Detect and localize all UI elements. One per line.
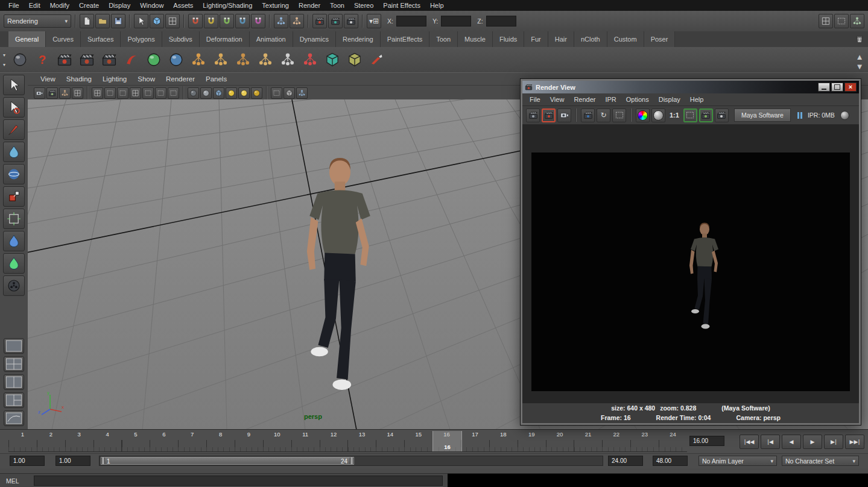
shelf-tab[interactable]: Deformation <box>200 31 250 47</box>
shelf-tab[interactable]: Hair <box>548 31 574 47</box>
select-by-object-button[interactable] <box>150 14 164 28</box>
camera-attributes-button[interactable] <box>46 87 58 99</box>
smooth-shade-button[interactable] <box>200 87 212 99</box>
anim-layer-dropdown[interactable]: No Anim Layer ▾ <box>699 456 777 466</box>
three-pane-layout-button[interactable] <box>4 392 24 408</box>
two-pane-layout-button[interactable] <box>4 374 24 390</box>
maximize-button[interactable] <box>831 83 843 92</box>
render-view-menu-item[interactable]: Display <box>654 96 685 103</box>
shaded-sphere-shelf-button[interactable] <box>10 49 30 70</box>
shelf-tab[interactable]: PaintEffects <box>381 31 430 47</box>
playback-start-field[interactable]: 1.00 <box>55 456 90 466</box>
playback-end-field[interactable]: 24.00 <box>608 456 643 466</box>
snap-sphere-shelf-button[interactable] <box>166 49 186 70</box>
real-size-label[interactable]: 1:1 <box>667 112 682 119</box>
step-back-frame-button[interactable]: ◀ <box>782 435 801 449</box>
safe-title-button[interactable] <box>168 87 179 99</box>
rendered-image[interactable] <box>531 152 850 391</box>
close-button[interactable]: × <box>844 83 857 92</box>
minimize-button[interactable] <box>818 83 830 92</box>
menu-item[interactable]: Modify <box>45 0 74 11</box>
show-manipulator-tool[interactable] <box>3 253 25 274</box>
hypergraph-shelf-button[interactable] <box>277 49 298 70</box>
move-tool[interactable] <box>3 142 25 162</box>
rotate-tool[interactable] <box>3 164 25 184</box>
shelf-tab[interactable]: Custom <box>607 31 644 47</box>
render-view-menu-item[interactable]: Render <box>569 96 600 103</box>
command-language-button[interactable]: MEL <box>4 476 31 486</box>
show-tool-settings-button[interactable] <box>834 14 849 28</box>
step-forward-frame-button[interactable]: ▶| <box>824 435 843 449</box>
shelf-tab[interactable]: Animation <box>250 31 293 47</box>
shelf-tab[interactable]: Rendering <box>336 31 381 47</box>
single-pane-layout-button[interactable] <box>4 338 24 354</box>
redo-previous-render-button[interactable] <box>542 108 556 122</box>
open-scene-button[interactable] <box>95 14 110 28</box>
timeline-ruler[interactable]: 123456789101112131415161718192021222324 … <box>8 431 687 452</box>
x-coordinate-input[interactable] <box>396 16 426 27</box>
camera-shelf-button[interactable] <box>54 49 75 70</box>
spline-handle-shelf-button[interactable] <box>233 49 253 70</box>
render-view-menu-item[interactable]: IPR <box>600 96 621 103</box>
snap-to-curve-button[interactable] <box>204 14 218 28</box>
soft-mod-tool[interactable] <box>3 231 25 251</box>
hypergraph-layout-button[interactable] <box>4 410 24 426</box>
shelf-collapse-button[interactable]: ▾ <box>1 51 8 58</box>
render-canvas[interactable] <box>522 125 859 403</box>
menu-item[interactable]: Paint Effects <box>378 0 425 11</box>
render-settings-button[interactable] <box>344 14 358 28</box>
camera-aim-shelf-button[interactable] <box>77 49 97 70</box>
snap-to-point-button[interactable] <box>220 14 234 28</box>
step-back-key-button[interactable]: |◀ <box>761 435 780 449</box>
grid-toggle-button[interactable] <box>92 87 103 99</box>
joint-tool-shelf-button[interactable] <box>188 49 209 70</box>
render-view-menu-item[interactable]: Help <box>685 96 709 103</box>
input-connections-button[interactable] <box>274 14 288 28</box>
shelf-tab[interactable]: General <box>8 31 46 47</box>
pause-ipr-button[interactable] <box>797 112 802 119</box>
wireframe-mode-button[interactable] <box>188 87 199 99</box>
shelf-tab[interactable]: nCloth <box>574 31 607 47</box>
viewport-menu-item[interactable]: Lighting <box>97 75 132 83</box>
shelf-tab[interactable]: Polygons <box>121 31 162 47</box>
shelf-tab[interactable]: Fur <box>524 31 548 47</box>
select-tool[interactable] <box>3 75 25 95</box>
current-frame-marker[interactable]: 16 <box>432 431 462 451</box>
viewport-menu-item[interactable]: Show <box>132 75 160 83</box>
lasso-select-tool[interactable] <box>3 97 25 118</box>
render-region-button[interactable] <box>612 108 626 122</box>
select-by-hierarchy-button[interactable] <box>134 14 148 28</box>
menu-item[interactable]: Edit <box>24 0 45 11</box>
render-view-titlebar[interactable]: Render View × <box>522 81 859 93</box>
viewport-menu-item[interactable]: View <box>35 75 61 83</box>
render-current-frame-button[interactable] <box>312 14 327 28</box>
select-by-component-button[interactable] <box>165 14 180 28</box>
shelf-expand-button[interactable]: ▾ <box>1 61 8 68</box>
go-to-start-button[interactable]: |◀◀ <box>740 435 759 449</box>
paint-effects-shelf-button[interactable] <box>121 49 142 70</box>
safe-action-button[interactable] <box>155 87 166 99</box>
polygon-cube-shelf-button[interactable] <box>344 49 365 70</box>
menu-item[interactable]: Create <box>74 0 104 11</box>
menu-item[interactable]: Stereo <box>349 0 378 11</box>
selection-mask-dropdown[interactable]: ▾⊞ <box>367 14 381 28</box>
help-shelf-button[interactable]: ? <box>32 49 52 70</box>
menu-item[interactable]: Lighting/Shading <box>198 0 257 11</box>
show-channel-box-button[interactable] <box>850 14 864 28</box>
render-view-menu-item[interactable]: Options <box>621 96 654 103</box>
ipr-render-button[interactable] <box>581 108 595 122</box>
shelf-tab[interactable]: Subdivs <box>162 31 200 47</box>
last-tool-used[interactable] <box>3 275 25 296</box>
ik-handle-shelf-button[interactable] <box>211 49 231 70</box>
make-live-shelf-button[interactable] <box>144 49 164 70</box>
gate-mask-button[interactable] <box>130 87 141 99</box>
menu-set-dropdown[interactable]: Rendering ▾ <box>4 14 71 28</box>
universal-manipulator-tool[interactable] <box>3 209 25 229</box>
menu-item[interactable]: File <box>4 0 24 11</box>
show-attribute-editor-button[interactable] <box>819 14 833 28</box>
shelf-tab[interactable]: Fluids <box>493 31 524 47</box>
keep-image-button[interactable] <box>683 108 697 122</box>
menu-item[interactable]: Render <box>294 0 325 11</box>
image-plane-button[interactable] <box>72 87 83 99</box>
animation-start-field[interactable]: 1.00 <box>10 456 45 466</box>
